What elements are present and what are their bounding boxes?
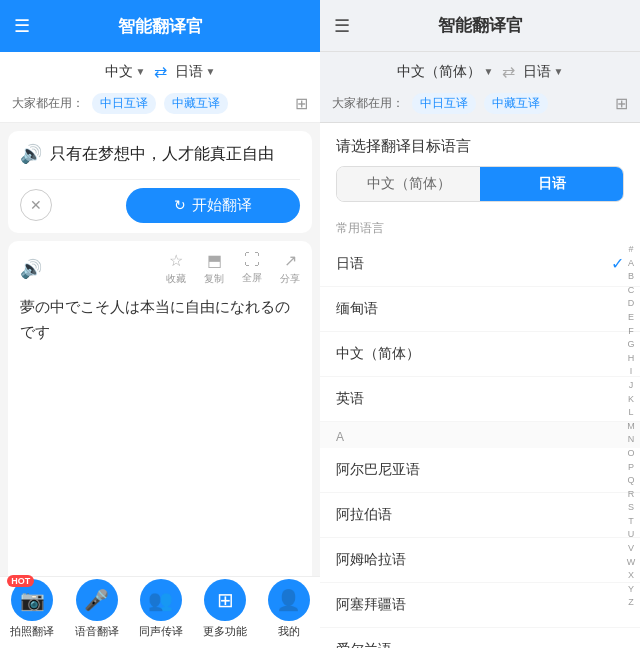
alpha-w[interactable]: W (627, 556, 636, 569)
source-lang-label: 中文 (105, 63, 133, 81)
alpha-t[interactable]: T (628, 515, 634, 528)
alpha-l[interactable]: L (628, 406, 633, 419)
alpha-e[interactable]: E (628, 311, 634, 324)
sync-icon-circle: 👥 (140, 579, 182, 621)
alpha-s[interactable]: S (628, 501, 634, 514)
language-dropdown-modal: 请选择翻译目标语言 中文（简体） 日语 常用语言 日语 ✓ 缅甸语 中文（简体）… (320, 123, 640, 648)
fullscreen-label: 全屏 (242, 271, 262, 285)
input-area: 🔊 只有在梦想中，人才能真正自由 ✕ ↻ 开始翻译 (8, 131, 312, 233)
right-popular-bar: 大家都在用： 中日互译 中藏互译 ⊞ (320, 87, 640, 123)
alpha-q[interactable]: Q (627, 474, 634, 487)
nav-voice[interactable]: 🎤 语音翻译 (75, 579, 119, 639)
lang-item-albanian[interactable]: 阿尔巴尼亚语 (320, 448, 640, 493)
camera-icon-circle: HOT 📷 (11, 579, 53, 621)
lang-item-arabic[interactable]: 阿拉伯语 (320, 493, 640, 538)
alpha-k[interactable]: K (628, 393, 634, 406)
alpha-d[interactable]: D (628, 297, 635, 310)
translate-btn-row: ✕ ↻ 开始翻译 (20, 179, 300, 223)
popular-tag-1[interactable]: 中藏互译 (164, 93, 228, 114)
action-copy[interactable]: ⬒ 复制 (204, 251, 224, 286)
lang-name-arabic: 阿拉伯语 (336, 506, 392, 524)
lang-name-ja: 日语 (336, 255, 364, 273)
popular-expand-icon[interactable]: ⊞ (295, 94, 308, 113)
right-popular-expand-icon[interactable]: ⊞ (615, 94, 628, 113)
lang-item-en[interactable]: 英语 (320, 377, 640, 422)
right-header: ☰ 智能翻译官 (320, 0, 640, 52)
lang-item-zhcn[interactable]: 中文（简体） (320, 332, 640, 377)
right-title: 智能翻译官 (438, 14, 523, 37)
alpha-r[interactable]: R (628, 488, 635, 501)
nav-camera[interactable]: HOT 📷 拍照翻译 (10, 579, 54, 639)
nav-me[interactable]: 👤 我的 (268, 579, 310, 639)
more-icon-circle: ⊞ (204, 579, 246, 621)
alpha-v[interactable]: V (628, 542, 634, 555)
alpha-i[interactable]: I (630, 365, 633, 378)
alpha-z[interactable]: Z (628, 596, 634, 609)
left-lang-selector: 中文 ▼ ⇄ 日语 ▼ (0, 52, 320, 87)
input-text[interactable]: 只有在梦想中，人才能真正自由 (50, 141, 300, 167)
swap-lang-icon[interactable]: ⇄ (154, 62, 167, 81)
alpha-hash[interactable]: # (628, 243, 633, 256)
right-popular-tag-0[interactable]: 中日互译 (412, 93, 476, 114)
source-lang-btn[interactable]: 中文 ▼ (105, 63, 146, 81)
right-target-lang-btn[interactable]: 日语 ▼ (523, 63, 564, 81)
lang-name-azerbaijani: 阿塞拜疆语 (336, 596, 406, 614)
left-title: 智能翻译官 (118, 15, 203, 38)
lang-item-irish[interactable]: 爱尔兰语 (320, 628, 640, 648)
alpha-f[interactable]: F (628, 325, 634, 338)
right-popular-tag-1[interactable]: 中藏互译 (484, 93, 548, 114)
input-speaker-icon[interactable]: 🔊 (20, 143, 42, 165)
collect-icon: ☆ (169, 251, 183, 270)
right-source-lang-btn[interactable]: 中文（简体） ▼ (397, 63, 494, 81)
lang-item-azerbaijani[interactable]: 阿塞拜疆语 (320, 583, 640, 628)
dropdown-tab-zhcn[interactable]: 中文（简体） (337, 167, 480, 201)
nav-more[interactable]: ⊞ 更多功能 (203, 579, 247, 639)
alpha-a[interactable]: A (628, 257, 634, 270)
output-toolbar: 🔊 ☆ 收藏 ⬒ 复制 ⛶ 全屏 ↗ 分享 (20, 251, 300, 286)
alpha-x[interactable]: X (628, 569, 634, 582)
alpha-m[interactable]: M (627, 420, 635, 433)
start-translate-btn[interactable]: ↻ 开始翻译 (126, 188, 300, 223)
right-swap-icon[interactable]: ⇄ (502, 62, 515, 81)
right-source-lang-label: 中文（简体） (397, 63, 481, 81)
clear-input-btn[interactable]: ✕ (20, 189, 52, 221)
spin-icon: ↻ (174, 197, 186, 213)
alphabet-sidebar: # A B C D E F G H I J K L M N O P Q R S (622, 241, 640, 648)
output-text: 夢の中でこそ人は本当に自由になれるのです (20, 294, 300, 345)
section-a-label: A (320, 422, 640, 448)
nav-voice-label: 语音翻译 (75, 624, 119, 639)
action-share[interactable]: ↗ 分享 (280, 251, 300, 286)
output-speaker-icon[interactable]: 🔊 (20, 258, 42, 280)
lang-item-burmese[interactable]: 缅甸语 (320, 287, 640, 332)
right-menu-icon[interactable]: ☰ (334, 15, 350, 37)
action-fullscreen[interactable]: ⛶ 全屏 (242, 251, 262, 285)
alpha-b[interactable]: B (628, 270, 634, 283)
alpha-h[interactable]: H (628, 352, 635, 365)
action-collect[interactable]: ☆ 收藏 (166, 251, 186, 286)
target-lang-btn[interactable]: 日语 ▼ (175, 63, 216, 81)
lang-name-albanian: 阿尔巴尼亚语 (336, 461, 420, 479)
share-icon: ↗ (284, 251, 297, 270)
alpha-g[interactable]: G (627, 338, 634, 351)
mic-icon-circle: 🎤 (76, 579, 118, 621)
left-menu-icon[interactable]: ☰ (14, 15, 30, 37)
popular-tag-0[interactable]: 中日互译 (92, 93, 156, 114)
alpha-u[interactable]: U (628, 528, 635, 541)
lang-item-amharic[interactable]: 阿姆哈拉语 (320, 538, 640, 583)
dropdown-title: 请选择翻译目标语言 (320, 123, 640, 166)
alpha-c[interactable]: C (628, 284, 635, 297)
lang-name-amharic: 阿姆哈拉语 (336, 551, 406, 569)
alpha-j[interactable]: J (629, 379, 634, 392)
lang-item-ja[interactable]: 日语 ✓ (320, 241, 640, 287)
left-popular-bar: 大家都在用： 中日互译 中藏互译 ⊞ (0, 87, 320, 123)
dropdown-tab-ja[interactable]: 日语 (480, 167, 623, 201)
nav-sync[interactable]: 👥 同声传译 (139, 579, 183, 639)
alpha-n[interactable]: N (628, 433, 635, 446)
share-label: 分享 (280, 272, 300, 286)
start-translate-label: 开始翻译 (192, 196, 252, 215)
alpha-o[interactable]: O (627, 447, 634, 460)
alpha-y[interactable]: Y (628, 583, 634, 596)
left-header: ☰ 智能翻译官 (0, 0, 320, 52)
input-top: 🔊 只有在梦想中，人才能真正自由 (20, 141, 300, 167)
alpha-p[interactable]: P (628, 461, 634, 474)
